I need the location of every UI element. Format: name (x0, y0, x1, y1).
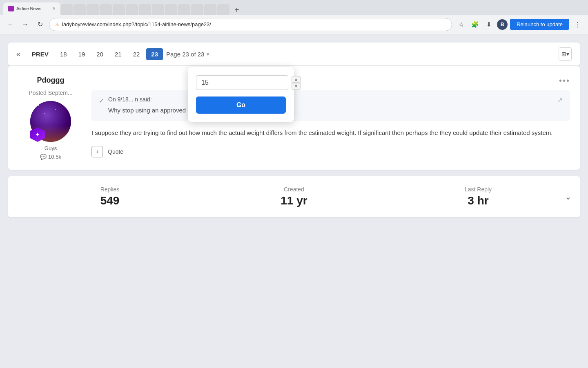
browser-chrome: Airline News × + ← → ↻ ⚠ ladyboyreview. (0, 0, 588, 34)
tab-other[interactable] (87, 4, 99, 15)
page-picker-popup: ▲ ▼ Go (188, 67, 294, 122)
page-number-input[interactable] (196, 75, 288, 90)
browser-tab-bar: Airline News × + (0, 0, 588, 15)
tab-other[interactable] (139, 4, 151, 15)
tab-other[interactable] (178, 4, 190, 15)
page-23-button[interactable]: 23 (146, 48, 163, 60)
tab-other[interactable] (204, 4, 216, 15)
active-tab[interactable]: Airline News × (3, 2, 60, 15)
new-tab-button[interactable]: + (231, 5, 243, 15)
tab-other[interactable] (217, 4, 229, 15)
spinner-up-button[interactable]: ▲ (292, 76, 301, 83)
back-to-list-icon[interactable]: « (16, 50, 20, 58)
tab-other[interactable] (100, 4, 112, 15)
reload-button[interactable]: ↻ (34, 19, 46, 30)
view-toggle-button[interactable]: ⊞▾ (559, 47, 572, 61)
url-display: ladyboyreview.com/index.php?/topic/1154-… (62, 21, 446, 27)
page-navigation: PREV 18 19 20 21 22 23 (27, 48, 163, 60)
last-reply-stat: Last Reply 3 hr (386, 186, 570, 207)
created-value: 11 yr (202, 194, 386, 207)
star-decoration (45, 113, 45, 114)
author-name: Pdoggg (18, 76, 83, 85)
author-badge: ✦ (30, 127, 45, 142)
author-role: Guys (18, 145, 83, 151)
view-options: ⊞▾ (559, 47, 572, 61)
replies-stat: Replies 549 (18, 186, 202, 207)
quote-block: ✓ On 9/18... n said: Why stop using an a… (91, 90, 570, 121)
spinner-down-button[interactable]: ▼ (292, 83, 301, 90)
page-spinner-controls: ▲ ▼ (292, 76, 301, 90)
page-of-text: Page 23 of 23 (166, 51, 204, 58)
page-of-dropdown-icon[interactable]: ▾ (207, 51, 209, 57)
quote-button[interactable]: Quote (108, 148, 123, 155)
page-18-button[interactable]: 18 (55, 48, 72, 60)
star-decoration (61, 107, 61, 108)
chevron-down-icon[interactable]: ⌄ (565, 192, 572, 202)
tab-other[interactable] (126, 4, 138, 15)
star-decoration (55, 109, 56, 110)
extensions-button[interactable]: 🧩 (469, 19, 481, 30)
chat-icon: 💬 (40, 154, 47, 160)
post-actions: + Quote (91, 146, 570, 157)
page-19-button[interactable]: 19 (74, 48, 90, 60)
quote-check-icon: ✓ (99, 97, 104, 105)
tab-close-icon[interactable]: × (53, 6, 56, 11)
last-reply-label: Last Reply (386, 186, 570, 193)
post-content-area: ••• ✓ On 9/18... n said: Why stop using … (91, 76, 570, 160)
post-header: ••• (91, 76, 570, 85)
relaunch-button[interactable]: Relaunch to update (510, 19, 569, 30)
tab-title: Airline News (16, 6, 50, 11)
author-avatar-container: ✦ (30, 101, 71, 142)
replies-value: 549 (18, 194, 202, 207)
tab-other[interactable] (165, 4, 177, 15)
forward-button[interactable]: → (20, 19, 31, 30)
toolbar-actions: ☆ 🧩 ⬇ B Relaunch to update ⋮ (455, 19, 583, 30)
browser-toolbar: ← → ↻ ⚠ ladyboyreview.com/index.php?/top… (0, 15, 588, 34)
tab-other[interactable] (191, 4, 203, 15)
page-21-button[interactable]: 21 (110, 48, 127, 60)
tab-other[interactable] (113, 4, 125, 15)
prev-page-button[interactable]: PREV (27, 48, 53, 60)
page-of-indicator[interactable]: Page 23 of 23 ▾ (166, 51, 209, 58)
profile-avatar[interactable]: B (497, 19, 508, 30)
post-date: Posted Septem... (18, 90, 83, 96)
created-label: Created (202, 186, 386, 193)
last-reply-value: 3 hr (386, 194, 570, 207)
pagination-bar: « PREV 18 19 20 21 22 23 Page 23 of 23 ▾… (8, 43, 580, 65)
tab-other[interactable] (152, 4, 164, 15)
tab-other[interactable] (74, 4, 86, 15)
tab-other[interactable] (60, 4, 73, 15)
post-author-sidebar: Pdoggg Posted Septem... (18, 76, 83, 160)
badge-shape: ✦ (30, 127, 45, 142)
bookmark-button[interactable]: ☆ (455, 19, 467, 30)
pagination-container: « PREV 18 19 20 21 22 23 Page 23 of 23 ▾… (8, 43, 580, 65)
quote-inner: ✓ On 9/18... n said: Why stop using an a… (99, 96, 563, 115)
created-stat: Created 11 yr (202, 186, 386, 207)
replies-label: Replies (18, 186, 202, 193)
tab-favicon (8, 6, 14, 11)
post-more-button[interactable]: ••• (559, 76, 570, 85)
security-icon: ⚠ (55, 22, 60, 27)
address-bar[interactable]: ⚠ ladyboyreview.com/index.php?/topic/115… (49, 18, 452, 31)
menu-button[interactable]: ⋮ (572, 19, 583, 30)
post-count-value: 10.5k (48, 154, 61, 160)
page-content: « PREV 18 19 20 21 22 23 Page 23 of 23 ▾… (0, 34, 588, 225)
go-button[interactable]: Go (196, 96, 286, 114)
share-icon[interactable]: ↗ (557, 96, 563, 104)
add-quote-button[interactable]: + (91, 146, 103, 157)
stats-bar: Replies 549 Created 11 yr Last Reply 3 h… (8, 176, 580, 217)
star-decoration (38, 105, 39, 106)
post-body-text: I suppose they are trying to find out ho… (91, 128, 570, 138)
save-button[interactable]: ⬇ (483, 19, 494, 30)
page-picker-input-row: ▲ ▼ (196, 75, 286, 90)
page-22-button[interactable]: 22 (128, 48, 145, 60)
page-picker-card: ▲ ▼ Go (188, 67, 294, 122)
back-button[interactable]: ← (5, 19, 16, 30)
page-20-button[interactable]: 20 (91, 48, 108, 60)
author-post-count: 💬 10.5k (18, 154, 83, 160)
